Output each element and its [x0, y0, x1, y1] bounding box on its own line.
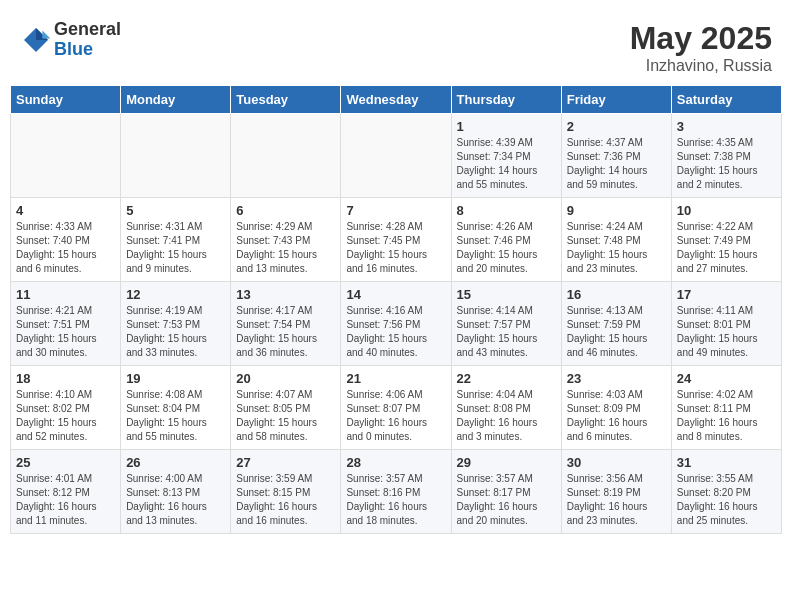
logo-icon [20, 24, 52, 56]
day-header-friday: Friday [561, 86, 671, 114]
day-info: Sunrise: 4:04 AMSunset: 8:08 PMDaylight:… [457, 388, 556, 444]
header-row: SundayMondayTuesdayWednesdayThursdayFrid… [11, 86, 782, 114]
calendar-cell: 17Sunrise: 4:11 AMSunset: 8:01 PMDayligh… [671, 282, 781, 366]
day-info: Sunrise: 3:55 AMSunset: 8:20 PMDaylight:… [677, 472, 776, 528]
calendar-body: 1Sunrise: 4:39 AMSunset: 7:34 PMDaylight… [11, 114, 782, 534]
day-number: 21 [346, 371, 445, 386]
day-info: Sunrise: 4:08 AMSunset: 8:04 PMDaylight:… [126, 388, 225, 444]
calendar-table: SundayMondayTuesdayWednesdayThursdayFrid… [10, 85, 782, 534]
day-info: Sunrise: 4:16 AMSunset: 7:56 PMDaylight:… [346, 304, 445, 360]
logo-text: General Blue [54, 20, 121, 60]
calendar-cell: 7Sunrise: 4:28 AMSunset: 7:45 PMDaylight… [341, 198, 451, 282]
day-info: Sunrise: 4:28 AMSunset: 7:45 PMDaylight:… [346, 220, 445, 276]
day-info: Sunrise: 4:33 AMSunset: 7:40 PMDaylight:… [16, 220, 115, 276]
day-number: 9 [567, 203, 666, 218]
day-info: Sunrise: 4:01 AMSunset: 8:12 PMDaylight:… [16, 472, 115, 528]
svg-marker-2 [42, 30, 50, 38]
day-number: 15 [457, 287, 556, 302]
day-info: Sunrise: 4:07 AMSunset: 8:05 PMDaylight:… [236, 388, 335, 444]
calendar-cell: 26Sunrise: 4:00 AMSunset: 8:13 PMDayligh… [121, 450, 231, 534]
day-number: 11 [16, 287, 115, 302]
calendar-header: SundayMondayTuesdayWednesdayThursdayFrid… [11, 86, 782, 114]
day-info: Sunrise: 4:29 AMSunset: 7:43 PMDaylight:… [236, 220, 335, 276]
calendar-cell: 16Sunrise: 4:13 AMSunset: 7:59 PMDayligh… [561, 282, 671, 366]
day-number: 16 [567, 287, 666, 302]
logo-blue: Blue [54, 40, 121, 60]
calendar-cell: 10Sunrise: 4:22 AMSunset: 7:49 PMDayligh… [671, 198, 781, 282]
day-number: 8 [457, 203, 556, 218]
day-header-tuesday: Tuesday [231, 86, 341, 114]
calendar-week-1: 1Sunrise: 4:39 AMSunset: 7:34 PMDaylight… [11, 114, 782, 198]
day-info: Sunrise: 4:14 AMSunset: 7:57 PMDaylight:… [457, 304, 556, 360]
calendar-cell: 23Sunrise: 4:03 AMSunset: 8:09 PMDayligh… [561, 366, 671, 450]
calendar-cell: 30Sunrise: 3:56 AMSunset: 8:19 PMDayligh… [561, 450, 671, 534]
day-info: Sunrise: 4:21 AMSunset: 7:51 PMDaylight:… [16, 304, 115, 360]
calendar-cell: 25Sunrise: 4:01 AMSunset: 8:12 PMDayligh… [11, 450, 121, 534]
day-info: Sunrise: 4:03 AMSunset: 8:09 PMDaylight:… [567, 388, 666, 444]
calendar-cell [11, 114, 121, 198]
day-header-sunday: Sunday [11, 86, 121, 114]
calendar-cell [121, 114, 231, 198]
day-info: Sunrise: 4:35 AMSunset: 7:38 PMDaylight:… [677, 136, 776, 192]
day-number: 23 [567, 371, 666, 386]
calendar-cell: 12Sunrise: 4:19 AMSunset: 7:53 PMDayligh… [121, 282, 231, 366]
calendar-cell: 8Sunrise: 4:26 AMSunset: 7:46 PMDaylight… [451, 198, 561, 282]
calendar-cell: 18Sunrise: 4:10 AMSunset: 8:02 PMDayligh… [11, 366, 121, 450]
logo-general: General [54, 20, 121, 40]
day-info: Sunrise: 4:10 AMSunset: 8:02 PMDaylight:… [16, 388, 115, 444]
calendar-cell: 29Sunrise: 3:57 AMSunset: 8:17 PMDayligh… [451, 450, 561, 534]
calendar-cell: 15Sunrise: 4:14 AMSunset: 7:57 PMDayligh… [451, 282, 561, 366]
day-header-saturday: Saturday [671, 86, 781, 114]
day-number: 5 [126, 203, 225, 218]
day-info: Sunrise: 4:24 AMSunset: 7:48 PMDaylight:… [567, 220, 666, 276]
day-header-thursday: Thursday [451, 86, 561, 114]
day-info: Sunrise: 4:17 AMSunset: 7:54 PMDaylight:… [236, 304, 335, 360]
day-number: 10 [677, 203, 776, 218]
calendar-cell: 2Sunrise: 4:37 AMSunset: 7:36 PMDaylight… [561, 114, 671, 198]
day-number: 7 [346, 203, 445, 218]
calendar-cell: 5Sunrise: 4:31 AMSunset: 7:41 PMDaylight… [121, 198, 231, 282]
day-header-wednesday: Wednesday [341, 86, 451, 114]
day-number: 28 [346, 455, 445, 470]
calendar-cell [231, 114, 341, 198]
calendar-week-5: 25Sunrise: 4:01 AMSunset: 8:12 PMDayligh… [11, 450, 782, 534]
calendar-cell: 24Sunrise: 4:02 AMSunset: 8:11 PMDayligh… [671, 366, 781, 450]
month-title: May 2025 [630, 20, 772, 57]
calendar-cell: 9Sunrise: 4:24 AMSunset: 7:48 PMDaylight… [561, 198, 671, 282]
day-info: Sunrise: 4:19 AMSunset: 7:53 PMDaylight:… [126, 304, 225, 360]
day-number: 3 [677, 119, 776, 134]
day-number: 2 [567, 119, 666, 134]
day-number: 22 [457, 371, 556, 386]
calendar-cell: 4Sunrise: 4:33 AMSunset: 7:40 PMDaylight… [11, 198, 121, 282]
day-number: 27 [236, 455, 335, 470]
day-info: Sunrise: 4:13 AMSunset: 7:59 PMDaylight:… [567, 304, 666, 360]
day-info: Sunrise: 3:57 AMSunset: 8:16 PMDaylight:… [346, 472, 445, 528]
day-number: 17 [677, 287, 776, 302]
page-header: General Blue May 2025 Inzhavino, Russia [10, 10, 782, 80]
day-number: 14 [346, 287, 445, 302]
calendar-cell: 31Sunrise: 3:55 AMSunset: 8:20 PMDayligh… [671, 450, 781, 534]
calendar-cell: 11Sunrise: 4:21 AMSunset: 7:51 PMDayligh… [11, 282, 121, 366]
day-info: Sunrise: 4:11 AMSunset: 8:01 PMDaylight:… [677, 304, 776, 360]
day-info: Sunrise: 3:57 AMSunset: 8:17 PMDaylight:… [457, 472, 556, 528]
day-number: 20 [236, 371, 335, 386]
calendar-cell: 1Sunrise: 4:39 AMSunset: 7:34 PMDaylight… [451, 114, 561, 198]
day-info: Sunrise: 3:56 AMSunset: 8:19 PMDaylight:… [567, 472, 666, 528]
day-number: 30 [567, 455, 666, 470]
calendar-cell: 13Sunrise: 4:17 AMSunset: 7:54 PMDayligh… [231, 282, 341, 366]
calendar-week-2: 4Sunrise: 4:33 AMSunset: 7:40 PMDaylight… [11, 198, 782, 282]
calendar-cell: 21Sunrise: 4:06 AMSunset: 8:07 PMDayligh… [341, 366, 451, 450]
calendar-week-4: 18Sunrise: 4:10 AMSunset: 8:02 PMDayligh… [11, 366, 782, 450]
day-number: 6 [236, 203, 335, 218]
day-number: 25 [16, 455, 115, 470]
calendar-cell: 19Sunrise: 4:08 AMSunset: 8:04 PMDayligh… [121, 366, 231, 450]
day-info: Sunrise: 3:59 AMSunset: 8:15 PMDaylight:… [236, 472, 335, 528]
day-number: 19 [126, 371, 225, 386]
calendar-cell: 27Sunrise: 3:59 AMSunset: 8:15 PMDayligh… [231, 450, 341, 534]
calendar-cell: 20Sunrise: 4:07 AMSunset: 8:05 PMDayligh… [231, 366, 341, 450]
day-info: Sunrise: 4:02 AMSunset: 8:11 PMDaylight:… [677, 388, 776, 444]
day-info: Sunrise: 4:22 AMSunset: 7:49 PMDaylight:… [677, 220, 776, 276]
day-number: 31 [677, 455, 776, 470]
day-number: 4 [16, 203, 115, 218]
day-number: 13 [236, 287, 335, 302]
